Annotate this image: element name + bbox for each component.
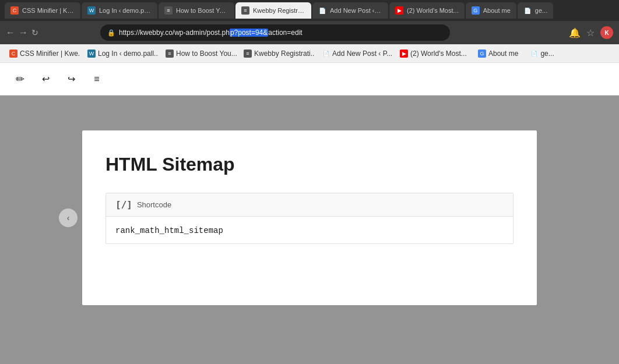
tab-favicon-how-to: ≡ <box>164 6 173 15</box>
redo-button[interactable]: ↪ <box>61 69 82 90</box>
bookmark-ge[interactable]: 📄 ge... <box>525 48 558 59</box>
shortcode-header: [/] Shortcode <box>106 193 513 217</box>
browser-actions: 🔔 ☆ K <box>569 26 613 39</box>
tab-login[interactable]: W Log In ‹ demo.pall... <box>82 2 157 19</box>
bookmark-favicon-css: C <box>9 50 17 58</box>
tab-label-add-post: Add New Post ‹ P... <box>330 7 382 14</box>
bookmark-label-about: About me <box>488 50 518 58</box>
shortcode-value: rank_math_html_sitemap <box>115 226 223 235</box>
tab-label-worlds: (2) World's Most... <box>407 7 459 14</box>
tab-css-minifier[interactable]: C CSS Minifier | Kwe... <box>5 2 80 19</box>
tab-favicon-login: W <box>87 6 96 15</box>
bookmark-label-kwebby: Kwebby Registrati... <box>254 50 315 58</box>
bookmark-favicon-login: W <box>87 50 96 58</box>
lock-icon: 🔒 <box>107 29 115 37</box>
bookmarks-bar: C CSS Minifier | Kwe... W Log In ‹ demo.… <box>0 44 619 63</box>
bookmark-css-minifier[interactable]: C CSS Minifier | Kwe... <box>5 48 80 59</box>
list-view-button[interactable]: ≡ <box>86 69 107 90</box>
bookmark-favicon-about: G <box>478 50 486 58</box>
bookmark-add-post[interactable]: 📄 Add New Post ‹ P... <box>317 48 393 59</box>
tab-label-ge: ge... <box>535 7 547 14</box>
nav-prev-arrow[interactable]: ‹ <box>59 208 78 227</box>
shortcode-icon: [/] <box>115 199 132 210</box>
bookmark-login[interactable]: W Log In ‹ demo.pall... <box>83 48 159 59</box>
shortcode-content: rank_math_html_sitemap <box>106 217 513 243</box>
notification-icon[interactable]: 🔔 <box>569 27 581 38</box>
tab-worlds-most[interactable]: ▶ (2) World's Most... <box>389 2 465 19</box>
bookmark-favicon-how-to: ≡ <box>166 50 174 58</box>
tab-label-login: Log In ‹ demo.pall... <box>99 7 152 14</box>
tab-bar: C CSS Minifier | Kwe... W Log In ‹ demo.… <box>0 0 619 21</box>
address-bar: ← → ↻ 🔒 https://kwebby.co/wp-admin/post.… <box>0 21 619 44</box>
tab-kwebby-reg[interactable]: ≡ Kwebby Registrati... <box>235 2 311 19</box>
bookmark-how-to[interactable]: ≡ How to Boost You... <box>161 48 237 59</box>
tab-favicon-css: C <box>10 6 19 15</box>
tab-favicon-add-post: 📄 <box>318 6 326 15</box>
reload-button[interactable]: ↻ <box>31 28 38 37</box>
address-input[interactable]: 🔒 https://kwebby.co/wp-admin/post.php?po… <box>100 24 450 41</box>
bookmark-star-icon[interactable]: ☆ <box>586 27 595 38</box>
tab-favicon-worlds: ▶ <box>395 6 403 15</box>
tab-about-me[interactable]: G About me <box>466 2 516 19</box>
tab-label-css: CSS Minifier | Kwe... <box>22 7 75 14</box>
pencil-button[interactable]: ✏ <box>9 69 30 90</box>
bookmark-kwebby[interactable]: ≡ Kwebby Registrati... <box>239 48 315 59</box>
tab-how-to[interactable]: ≡ How to Boost You... <box>159 2 234 19</box>
forward-button[interactable]: → <box>19 27 28 38</box>
bookmark-label-how-to: How to Boost You... <box>176 50 237 58</box>
bookmark-worlds-most[interactable]: ▶ (2) World's Most... <box>395 48 471 59</box>
tab-favicon-about: G <box>472 6 480 15</box>
editor-canvas: ‹ HTML Sitemap [/] Shortcode rank_math_h… <box>0 96 619 364</box>
back-button[interactable]: ← <box>6 27 15 38</box>
undo-button[interactable]: ↩ <box>35 69 56 90</box>
editor-topbar: ✏ ↩ ↪ ≡ <box>0 63 619 96</box>
page-title: HTML Sitemap <box>105 154 514 175</box>
shortcode-header-label: Shortcode <box>137 200 171 209</box>
tab-favicon-ge: 📄 <box>523 6 532 15</box>
tab-label-kwebby: Kwebby Registrati... <box>253 7 305 14</box>
profile-avatar[interactable]: K <box>600 26 613 39</box>
address-highlight: p?post=94& <box>230 29 268 37</box>
bookmark-favicon-kwebby: ≡ <box>244 50 252 58</box>
shortcode-block[interactable]: [/] Shortcode rank_math_html_sitemap <box>105 193 514 244</box>
address-text: https://kwebby.co/wp-admin/post.php?post… <box>119 29 303 37</box>
bookmark-favicon-add-post: 📄 <box>322 50 330 58</box>
bookmark-favicon-ge: 📄 <box>530 50 538 58</box>
bookmark-label-worlds: (2) World's Most... <box>410 50 467 58</box>
bookmark-label-css: CSS Minifier | Kwe... <box>20 50 80 58</box>
tab-label-about: About me <box>483 7 511 14</box>
tab-favicon-kwebby: ≡ <box>241 6 249 15</box>
tab-add-post[interactable]: 📄 Add New Post ‹ P... <box>312 2 388 19</box>
page-content: HTML Sitemap [/] Shortcode rank_math_htm… <box>82 130 537 305</box>
tab-ge[interactable]: 📄 ge... <box>518 2 553 19</box>
bookmark-label-ge: ge... <box>540 50 554 58</box>
bookmark-label-add-post: Add New Post ‹ P... <box>332 50 392 58</box>
bookmark-about-me[interactable]: G About me <box>473 48 523 59</box>
tab-label-how-to: How to Boost You... <box>176 7 228 14</box>
bookmark-label-login: Log In ‹ demo.pall... <box>98 50 159 58</box>
bookmark-favicon-worlds: ▶ <box>400 50 408 58</box>
